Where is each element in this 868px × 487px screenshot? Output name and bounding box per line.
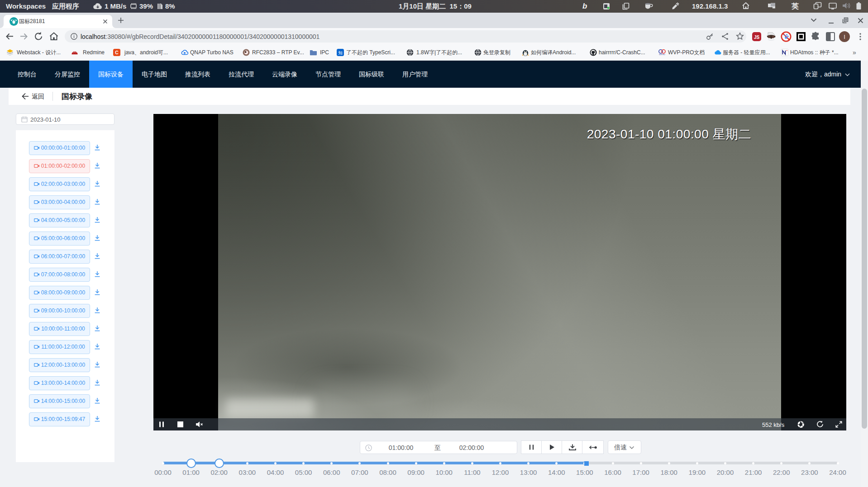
svg-text:WVP-PRO: WVP-PRO [659, 54, 665, 56]
svg-text:I: I [844, 33, 845, 40]
svg-text:JS: JS [754, 35, 760, 40]
svg-text:C: C [115, 50, 119, 55]
svg-text:知: 知 [338, 50, 342, 55]
